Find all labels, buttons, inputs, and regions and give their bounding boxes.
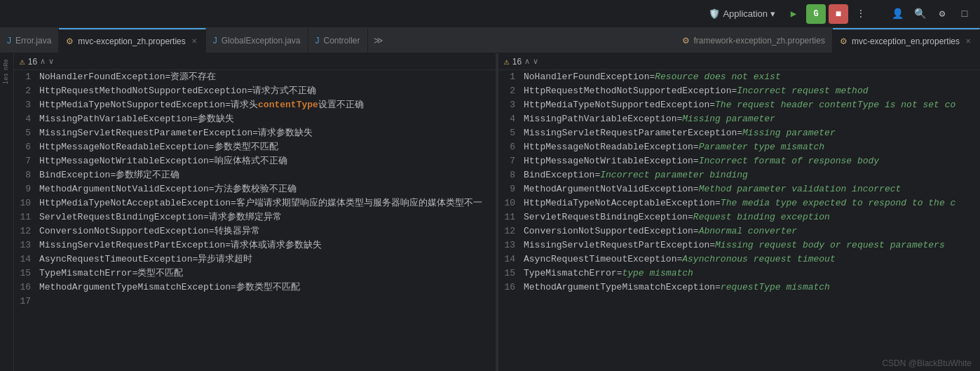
code-line: MethodArgumentNotValidException=Method p… [521, 182, 980, 196]
tab-close-button[interactable]: ✕ [190, 37, 198, 45]
right-warning-bar: ⚠ 16 ∧ ∨ [498, 53, 980, 70]
left-code-scroll[interactable]: NoHandlerFoundException=资源不存在HttpRequest… [36, 70, 496, 371]
line-number: 16 [501, 281, 515, 295]
code-line: MissingPathVariableException=Missing par… [521, 112, 980, 126]
more-actions-button[interactable]: ⋮ [851, 4, 871, 24]
line-number: 2 [501, 84, 515, 98]
account-icon[interactable]: 👤 [887, 4, 907, 24]
code-line: MethodArgumentTypeMismatchException=requ… [521, 281, 980, 295]
tab-label: Controller [324, 36, 360, 46]
tab-label: mvc-exception_en.properties [852, 36, 960, 46]
tab-bar: J Error.java ⚙ mvc-exception_zh.properti… [0, 28, 980, 53]
right-line-numbers: 12345678910111213141516 [498, 70, 521, 371]
line-number: 8 [501, 168, 515, 182]
line-number: 4 [501, 112, 515, 126]
tab-label: framework-exception_zh.properties [694, 36, 825, 46]
left-code-area[interactable]: NoHandlerFoundException=资源不存在HttpRequest… [36, 70, 496, 371]
tab-mvc-exception-zh[interactable]: ⚙ mvc-exception_zh.properties ✕ [59, 28, 205, 53]
line-number: 7 [17, 154, 31, 168]
code-line: BindException=Incorrect parameter bindin… [521, 168, 980, 182]
code-line: HttpMediaTypeNotSupportedException=The r… [521, 98, 980, 112]
code-line: HttpMessageNotWritableException=Incorrec… [521, 154, 980, 168]
chevron-up-icon[interactable]: ∧ [40, 57, 46, 66]
debug-button[interactable]: G [806, 4, 826, 24]
tab-label: mvc-exception_zh.properties [78, 36, 185, 46]
code-line: NoHandlerFoundException=资源不存在 [36, 70, 496, 84]
settings-icon[interactable]: ⚙ [932, 4, 952, 24]
code-line: HttpMediaTypeNotSupportedException=请求头co… [36, 98, 496, 112]
code-line: ConversionNotSupportedException=Abnormal… [521, 224, 980, 238]
top-bar: 🛡️ Application ▾ ▶ G ■ ⋮ 👤 🔍 ⚙ □ [0, 0, 980, 28]
line-number: 11 [501, 210, 515, 224]
code-line: AsyncRequestTimeoutException=异步请求超时 [36, 252, 496, 267]
line-number: 13 [17, 238, 31, 252]
app-selector[interactable]: 🛡️ Application ▾ [709, 8, 775, 19]
tab-global-exception[interactable]: J GlobalException.java [206, 28, 308, 53]
java-icon: J [213, 36, 217, 46]
tab-close-button[interactable]: ✕ [964, 37, 972, 45]
left-code-body: 1234567891011121314151617 NoHandlerFound… [14, 70, 496, 371]
left-editor-pane: ⚠ 16 ∧ ∨ 1234567891011121314151617 NoHan… [14, 53, 498, 371]
line-number: 7 [501, 154, 515, 168]
tab-mvc-exception-en[interactable]: ⚙ mvc-exception_en.properties ✕ [833, 28, 980, 53]
line-number: 11 [17, 210, 31, 224]
line-number: 9 [17, 182, 31, 196]
stop-button[interactable]: ■ [829, 4, 848, 24]
code-line: MissingPathVariableException=参数缺失 [36, 112, 496, 126]
code-line: ServletRequestBindingException=请求参数绑定异常 [36, 210, 496, 224]
line-number: 10 [501, 196, 515, 210]
right-warning-count: 16 [512, 57, 522, 67]
left-warning-bar: ⚠ 16 ∧ ∨ [14, 53, 496, 70]
tab-framework-exception-zh[interactable]: ⚙ framework-exception_zh.properties [675, 28, 833, 53]
shield-icon: 🛡️ [709, 8, 720, 19]
code-line: HttpMessageNotReadableException=参数类型不匹配 [36, 140, 496, 154]
right-code-area[interactable]: NoHandlerFoundException=Resource does no… [521, 70, 980, 371]
code-line [36, 295, 496, 309]
code-line: MissingServletRequestParameterException=… [36, 126, 496, 140]
tab-label: GlobalException.java [222, 36, 301, 46]
line-number: 15 [17, 267, 31, 281]
line-number: 17 [17, 295, 31, 309]
tab-label: Error.java [15, 36, 51, 46]
code-line: ConversionNotSupportedException=转换器异常 [36, 224, 496, 238]
chevron-down-icon[interactable]: ∨ [48, 57, 54, 66]
search-icon[interactable]: 🔍 [910, 4, 930, 24]
tab-error-java[interactable]: J Error.java [0, 28, 59, 53]
code-line: NoHandlerFoundException=Resource does no… [521, 70, 980, 84]
java-icon: J [315, 36, 320, 46]
line-number: 15 [501, 267, 515, 281]
restore-button[interactable]: □ [955, 4, 974, 24]
code-line: HttpMediaTypeNotAcceptableException=客户端请… [36, 196, 496, 210]
java-icon: J [7, 36, 11, 46]
run-button[interactable]: ▶ [784, 4, 803, 24]
line-number: 2 [17, 84, 31, 98]
warning-icon: ⚠ [504, 56, 510, 67]
code-line: MissingServletRequestPartException=请求体或请… [36, 238, 496, 252]
watermark: CSDN @BlackBtuWhite [873, 356, 980, 371]
code-line: HttpRequestMethodNotSupportedException=I… [521, 84, 980, 98]
gear-icon: ⚙ [840, 36, 848, 46]
right-code-scroll[interactable]: NoHandlerFoundException=Resource does no… [521, 70, 980, 371]
line-number: 5 [17, 126, 31, 140]
code-line: HttpMessageNotReadableException=Paramete… [521, 140, 980, 154]
code-line: MethodArgumentTypeMismatchException=参数类型… [36, 281, 496, 295]
code-line: HttpRequestMethodNotSupportedException=请… [36, 84, 496, 98]
line-number: 3 [17, 98, 31, 112]
line-number: 14 [501, 252, 515, 267]
line-number: 1 [501, 70, 515, 84]
tab-controller[interactable]: J Controller [308, 28, 368, 53]
main-content: nRe les ⚠ 16 ∧ ∨ 12345678910111213141516… [0, 53, 980, 371]
chevron-down-icon[interactable]: ∨ [533, 57, 538, 66]
code-line: MissingServletRequestParameterException=… [521, 126, 980, 140]
line-number: 8 [17, 168, 31, 182]
code-line: TypeMismatchError=类型不匹配 [36, 267, 496, 281]
line-number: 12 [17, 224, 31, 238]
tab-overflow-button[interactable]: ≫ [368, 28, 389, 53]
code-line: MethodArgumentNotValidException=方法参数校验不正… [36, 182, 496, 196]
line-number: 10 [17, 196, 31, 210]
left-sidebar: nRe les [0, 53, 14, 371]
chevron-up-icon[interactable]: ∧ [524, 57, 530, 66]
line-number: 13 [501, 238, 515, 252]
line-number: 5 [501, 126, 515, 140]
left-line-numbers: 1234567891011121314151617 [14, 70, 36, 371]
